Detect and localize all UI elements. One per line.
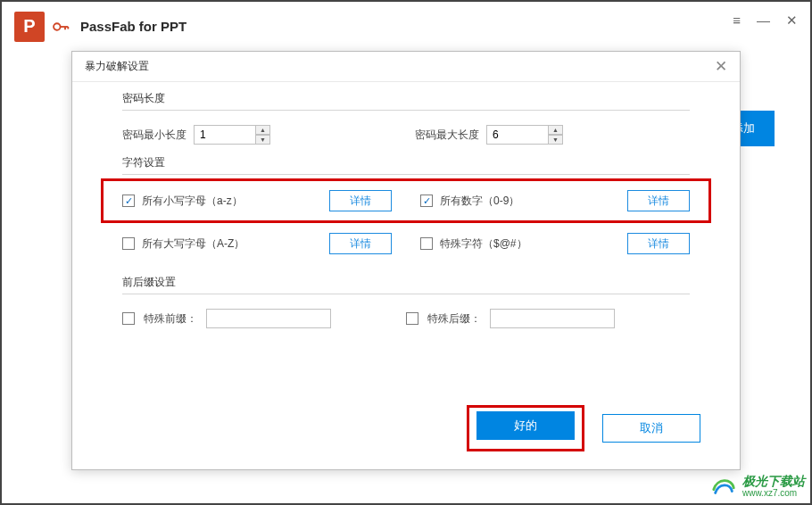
menu-icon[interactable]: ≡ [733, 12, 741, 29]
uppercase-detail-button[interactable]: 详情 [329, 233, 392, 254]
suffix-label: 特殊后缀： [427, 311, 481, 327]
digits-label: 所有数字（0-9） [440, 194, 519, 209]
min-length-down[interactable]: ▼ [256, 135, 270, 145]
lowercase-detail-button[interactable]: 详情 [329, 190, 392, 211]
affix-section-label: 前后缀设置 [122, 275, 690, 290]
length-section-label: 密码长度 [122, 91, 690, 106]
title-bar: P PassFab for PPT ≡ — ✕ [2, 2, 810, 51]
ok-button[interactable]: 好的 [476, 411, 575, 440]
suffix-checkbox[interactable] [406, 312, 418, 325]
max-length-up[interactable]: ▲ [549, 125, 563, 135]
min-length-up[interactable]: ▲ [256, 125, 270, 135]
app-logo-icon: P [14, 12, 45, 42]
max-length-down[interactable]: ▼ [549, 135, 563, 145]
prefix-input[interactable] [206, 309, 331, 328]
close-icon[interactable]: ✕ [786, 12, 798, 29]
chars-section-label: 字符设置 [122, 155, 690, 170]
minimize-icon[interactable]: — [757, 12, 770, 29]
dialog-close-icon[interactable]: ✕ [715, 57, 727, 76]
settings-dialog: 暴力破解设置 ✕ 密码长度 密码最小长度 ▲▼ 密码最大长度 [71, 51, 741, 470]
prefix-label: 特殊前缀： [144, 311, 197, 327]
watermark-text-cn: 极光下载站 [742, 475, 805, 488]
highlight-box-ok: 好的 [467, 405, 584, 451]
uppercase-label: 所有大写字母（A-Z） [142, 236, 244, 252]
watermark: 极光下载站 www.xz7.com [710, 473, 805, 500]
min-length-input[interactable] [194, 125, 256, 145]
prefix-checkbox[interactable] [122, 312, 135, 325]
max-length-label: 密码最大长度 [415, 128, 479, 143]
app-title: PassFab for PPT [80, 19, 186, 34]
digits-detail-button[interactable]: 详情 [627, 190, 690, 211]
suffix-input[interactable] [490, 309, 615, 328]
lowercase-label: 所有小写字母（a-z） [142, 194, 243, 209]
special-checkbox[interactable] [420, 237, 433, 250]
svg-point-0 [54, 23, 61, 30]
watermark-text-url: www.xz7.com [742, 488, 805, 498]
special-detail-button[interactable]: 详情 [627, 233, 690, 254]
min-length-label: 密码最小长度 [122, 128, 186, 143]
max-length-input[interactable] [486, 125, 549, 145]
cancel-button[interactable]: 取消 [602, 414, 700, 443]
key-icon [52, 18, 70, 36]
special-label: 特殊字符（$@#） [440, 236, 527, 252]
uppercase-checkbox[interactable] [122, 237, 135, 250]
watermark-icon [710, 473, 737, 500]
dialog-title: 暴力破解设置 [85, 59, 149, 74]
digits-checkbox[interactable]: ✓ [420, 195, 433, 207]
lowercase-checkbox[interactable]: ✓ [122, 195, 135, 207]
